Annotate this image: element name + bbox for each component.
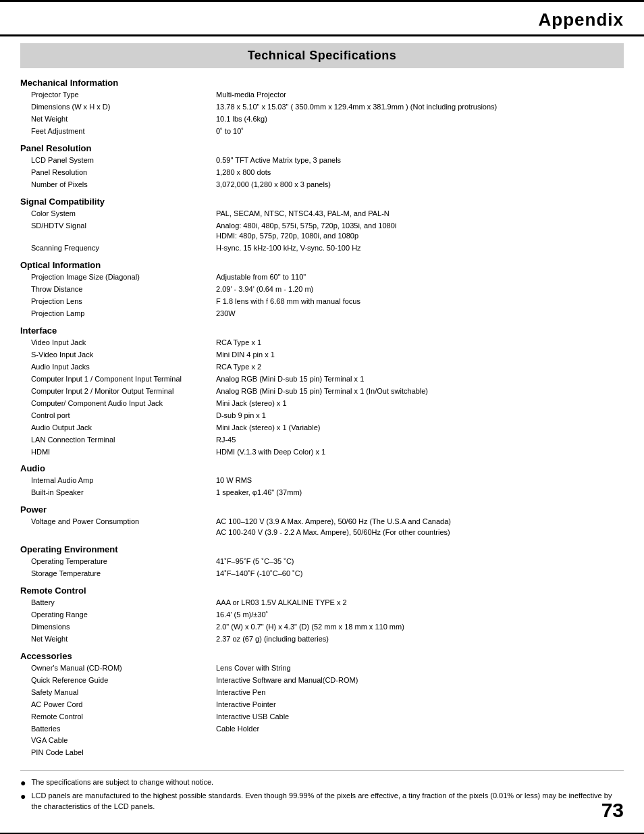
table-row: AC Power CordInteractive Pointer (20, 699, 624, 711)
spec-value: Mini DIN 4 pin x 1 (216, 349, 624, 361)
spec-value: 2.37 oz (67 g) (including batteries) (216, 633, 624, 646)
section-heading: Mechanical Information (20, 78, 624, 88)
spec-value: 41˚F–95˚F (5 ˚C–35 ˚C) (216, 556, 624, 568)
spec-value: H-sync. 15 kHz-100 kHz, V-sync. 50-100 H… (216, 242, 624, 255)
spec-value: 0˚ to 10˚ (216, 126, 624, 138)
table-row: Safety ManualInteractive Pen (20, 687, 624, 699)
spec-value (216, 735, 624, 747)
page-number: 73 (601, 799, 624, 822)
table-row: LAN Connection TerminalRJ-45 (20, 434, 624, 446)
spec-value: 10 W RMS (216, 475, 624, 487)
spec-header-box: Technical Specifications (20, 43, 624, 68)
spec-label: Feet Adjustment (20, 126, 216, 138)
table-row: BatteryAAA or LR03 1.5V ALKALINE TYPE x … (20, 597, 624, 609)
spec-value: HDMI (V.1.3 with Deep Color) x 1 (216, 446, 624, 459)
spec-label: Voltage and Power Consumption (20, 516, 216, 539)
table-row: Number of Pixels3,072,000 (1,280 x 800 x… (20, 179, 624, 191)
spec-value: F 1.8 lens with f 6.68 mm with manual fo… (216, 296, 624, 308)
spec-table: Projector TypeMulti-media ProjectorDimen… (20, 89, 624, 138)
spec-value: AAA or LR03 1.5V ALKALINE TYPE x 2 (216, 597, 624, 609)
spec-value: Adjustable from 60" to 110" (216, 271, 624, 284)
spec-value: 10.1 lbs (4.6kg) (216, 113, 624, 126)
spec-label: AC Power Cord (20, 699, 216, 711)
spec-label: Net Weight (20, 633, 216, 646)
note-item: ●The specifications are subject to chang… (20, 777, 624, 788)
table-row: Feet Adjustment0˚ to 10˚ (20, 126, 624, 138)
spec-value: Mini Jack (stereo) x 1 (Variable) (216, 422, 624, 434)
spec-label: Throw Distance (20, 284, 216, 296)
spec-label: Computer/ Component Audio Input Jack (20, 398, 216, 410)
spec-table: Projection Image Size (Diagonal)Adjustab… (20, 271, 624, 320)
spec-label: HDMI (20, 446, 216, 459)
spec-title: Technical Specifications (20, 49, 624, 63)
table-row: Panel Resolution1,280 x 800 dots (20, 167, 624, 179)
table-row: Throw Distance2.09' - 3.94' (0.64 m - 1.… (20, 284, 624, 296)
spec-value: 1,280 x 800 dots (216, 167, 624, 179)
table-row: Computer/ Component Audio Input JackMini… (20, 398, 624, 410)
table-row: Color SystemPAL, SECAM, NTSC, NTSC4.43, … (20, 208, 624, 220)
spec-value: RJ-45 (216, 434, 624, 446)
spec-label: Audio Output Jack (20, 422, 216, 434)
spec-label: Projection Image Size (Diagonal) (20, 271, 216, 284)
spec-label: Number of Pixels (20, 179, 216, 191)
notes-section: ●The specifications are subject to chang… (20, 770, 624, 812)
spec-value: Lens Cover with String (216, 662, 624, 675)
spec-value: Interactive Software and Manual(CD-ROM) (216, 675, 624, 687)
spec-label: Built-in Speaker (20, 487, 216, 499)
spec-label: Video Input Jack (20, 337, 216, 349)
spec-label: Batteries (20, 723, 216, 735)
spec-label: Quick Reference Guide (20, 675, 216, 687)
spec-value: 0.59" TFT Active Matrix type, 3 panels (216, 155, 624, 167)
section-heading: Signal Compatibility (20, 197, 624, 207)
spec-value: Interactive Pointer (216, 699, 624, 711)
section-heading: Power (20, 504, 624, 515)
spec-label: Dimensions (20, 621, 216, 633)
spec-value: Multi-media Projector (216, 89, 624, 101)
table-row: VGA Cable (20, 735, 624, 747)
spec-value: PAL, SECAM, NTSC, NTSC4.43, PAL-M, and P… (216, 208, 624, 220)
spec-value: 16.4' (5 m)/±30˚ (216, 609, 624, 621)
spec-label: Operating Temperature (20, 556, 216, 568)
spec-value: Analog RGB (Mini D-sub 15 pin) Terminal … (216, 386, 624, 398)
table-row: Quick Reference GuideInteractive Softwar… (20, 675, 624, 687)
spec-label: S-Video Input Jack (20, 349, 216, 361)
spec-table: BatteryAAA or LR03 1.5V ALKALINE TYPE x … (20, 597, 624, 646)
spec-label: LAN Connection Terminal (20, 434, 216, 446)
spec-label: Projector Type (20, 89, 216, 101)
table-row: Video Input JackRCA Type x 1 (20, 337, 624, 349)
table-row: Computer Input 2 / Monitor Output Termin… (20, 386, 624, 398)
appendix-title: Appendix (539, 9, 624, 30)
section-heading: Remote Control (20, 585, 624, 596)
spec-value: Interactive Pen (216, 687, 624, 699)
spec-value: 3,072,000 (1,280 x 800 x 3 panels) (216, 179, 624, 191)
table-row: SD/HDTV SignalAnalog: 480i, 480p, 575i, … (20, 220, 624, 243)
spec-label: Remote Control (20, 711, 216, 723)
table-row: Projector TypeMulti-media Projector (20, 89, 624, 101)
table-row: Net Weight2.37 oz (67 g) (including batt… (20, 633, 624, 646)
spec-value: AC 100–120 V (3.9 A Max. Ampere), 50/60 … (216, 516, 624, 539)
spec-label: Storage Temperature (20, 568, 216, 580)
table-row: Internal Audio Amp10 W RMS (20, 475, 624, 487)
spec-label: Audio Input Jacks (20, 361, 216, 373)
spec-value: Analog: 480i, 480p, 575i, 575p, 720p, 10… (216, 220, 624, 243)
spec-value (216, 747, 624, 759)
section-heading: Panel Resolution (20, 143, 624, 153)
table-row: Audio Input JacksRCA Type x 2 (20, 361, 624, 373)
table-row: Remote ControlInteractive USB Cable (20, 711, 624, 723)
note-item: ●LCD panels are manufactured to the high… (20, 791, 624, 812)
table-row: Owner's Manual (CD-ROM)Lens Cover with S… (20, 662, 624, 675)
spec-value: 1 speaker, φ1.46" (37mm) (216, 487, 624, 499)
spec-value: Cable Holder (216, 723, 624, 735)
section-heading: Audio (20, 463, 624, 473)
spec-value: Analog RGB (Mini D-sub 15 pin) Terminal … (216, 373, 624, 386)
spec-label: Battery (20, 597, 216, 609)
spec-label: Net Weight (20, 113, 216, 126)
spec-table: Operating Temperature41˚F–95˚F (5 ˚C–35 … (20, 556, 624, 580)
spec-table: Owner's Manual (CD-ROM)Lens Cover with S… (20, 662, 624, 760)
spec-value: 14˚F–140˚F (-10˚C–60 ˚C) (216, 568, 624, 580)
note-text: LCD panels are manufactured to the highe… (31, 791, 624, 812)
table-row: Projection Lamp230W (20, 308, 624, 320)
table-row: Dimensions2.0" (W) x 0.7" (H) x 4.3" (D)… (20, 621, 624, 633)
spec-table: Internal Audio Amp10 W RMSBuilt-in Speak… (20, 475, 624, 499)
note-bullet: ● (20, 791, 26, 801)
